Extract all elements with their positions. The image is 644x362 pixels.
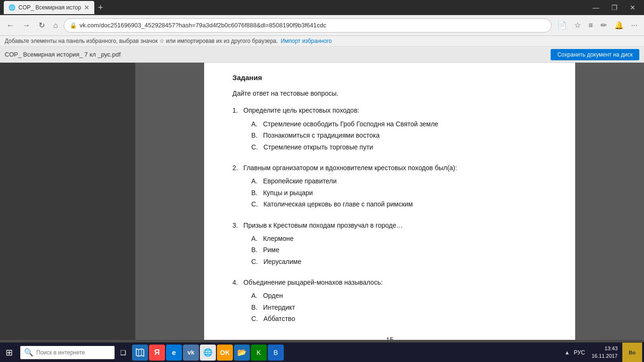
taskbar-clock: 13:43 16.11.2017 — [589, 345, 620, 360]
question-3: 3. Призыв к Крестовым походам прозвучал … — [232, 220, 547, 267]
taskbar-app-explorer[interactable]: 📂 — [234, 345, 250, 361]
favorites-bar: Добавьте элементы на панель избранного, … — [0, 36, 644, 47]
pdf-sidebar — [0, 63, 135, 340]
q1-option-a: A. Стремление освободить Гроб Господня н… — [251, 119, 547, 129]
taskbar-app-chrome[interactable]: 🌐 — [200, 345, 216, 361]
taskbar-app-blue[interactable]: B — [268, 345, 284, 361]
url-text: vk.com/doc251696903_452928457?hash=79a3d… — [80, 22, 546, 29]
toolbar-icons: 📄 ☆ ≡ ✏ 🔔 ··· — [554, 19, 640, 32]
favorites-button[interactable]: ☆ — [571, 19, 584, 32]
tab-list: 🌐 COP_ Всемирная истор ✕ + — [4, 1, 588, 14]
restore-button[interactable]: ❐ — [607, 1, 622, 14]
search-icon: 🔍 — [24, 348, 33, 357]
web-note-button[interactable]: ✏ — [598, 19, 610, 32]
taskbar-right: ▲ РУС 13:43 16.11.2017 Bo — [564, 343, 644, 362]
taskbar-app-ok[interactable]: OK — [217, 345, 233, 361]
q4-option-c: C. Аббатство — [251, 313, 547, 324]
taskbar-app-edge[interactable]: e — [166, 345, 182, 361]
title-bar: 🌐 COP_ Всемирная истор ✕ + — ❐ ✕ — [0, 0, 644, 15]
q3-option-b: B. Риме — [251, 245, 547, 255]
tab-close-button[interactable]: ✕ — [84, 4, 90, 11]
taskbar-app-yandex[interactable]: Я — [149, 345, 165, 361]
pdf-content-area: Задания Дайте ответ на тестовые вопросы.… — [135, 63, 644, 340]
window-controls: — ❐ ✕ — [588, 1, 640, 14]
pdf-bar: COP_ Всемирная история_ 7 кл _рус.pdf Со… — [0, 47, 644, 63]
question-4: 4. Объединение рыцарей-монахов называлос… — [232, 277, 547, 324]
question-1-text: 1. Определите цель крестовых походов: — [232, 105, 547, 115]
reader-view-button[interactable]: 📄 — [554, 19, 570, 32]
question-1-options: A. Стремление освободить Гроб Господня н… — [251, 119, 547, 152]
pdf-page: Задания Дайте ответ на тестовые вопросы.… — [204, 63, 575, 340]
taskbar-app-vk[interactable]: vk — [183, 345, 199, 361]
tab-favicon: 🌐 — [8, 4, 16, 11]
clock-date: 16.11.2017 — [592, 353, 618, 360]
q1-option-b: B. Познакомиться с традициями востока — [251, 130, 547, 140]
forward-button[interactable]: → — [20, 19, 33, 32]
taskbar-app-kaspersky[interactable]: K — [251, 345, 267, 361]
question-3-text: 3. Призыв к Крестовым походам прозвучал … — [232, 220, 547, 230]
lock-icon: 🔒 — [70, 22, 77, 29]
favorites-text: Добавьте элементы на панель избранного, … — [5, 38, 278, 44]
back-button[interactable]: ← — [4, 19, 17, 32]
q3-option-c: C. Иерусалиме — [251, 256, 547, 267]
question-4-options: A. Орден B. Интердикт C. Аббатство — [251, 290, 547, 324]
save-to-disk-button[interactable]: Сохранить документ на диск — [551, 49, 639, 60]
home-button[interactable]: ⌂ — [50, 19, 61, 32]
question-2-text: 2. Главным организатором и вдохновителем… — [232, 163, 547, 173]
new-tab-button[interactable]: + — [95, 3, 106, 13]
show-hidden-icons[interactable]: ▲ — [564, 349, 570, 356]
address-bar: ← → ↻ ⌂ 🔒 vk.com/doc251696903_452928457?… — [0, 15, 644, 36]
q1-option-c: C. Стремление открыть торговые пути — [251, 142, 547, 152]
page-number: 15 — [232, 335, 547, 340]
question-2-options: A. Европейские правители B. Купцы и рыца… — [251, 176, 547, 209]
language-indicator: РУС — [572, 349, 587, 356]
tab-label: COP_ Всемирная истор — [18, 4, 81, 11]
clock-time: 13:43 — [592, 345, 618, 352]
refresh-button[interactable]: ↻ — [36, 19, 48, 32]
q3-option-a: A. Клермоне — [251, 233, 547, 244]
import-favorites-link[interactable]: Импорт избранного — [281, 38, 331, 44]
taskbar: ⊞ 🔍 ❑ Я e vk 🌐 OK 📂 K B — [0, 342, 644, 362]
notifications-button[interactable]: 🔔 — [611, 19, 627, 32]
more-button[interactable]: ··· — [628, 19, 640, 32]
q2-option-b: B. Купцы и рыцари — [251, 188, 547, 198]
taskbar-search-bar[interactable]: 🔍 — [20, 346, 115, 359]
task-view-icon: ❑ — [120, 349, 126, 356]
svg-marker-0 — [136, 349, 144, 356]
question-3-options: A. Клермоне B. Риме C. Иерусалиме — [251, 233, 547, 267]
pdf-intro: Дайте ответ на тестовые вопросы. — [232, 88, 547, 99]
start-button[interactable]: ⊞ — [0, 343, 18, 362]
active-tab[interactable]: 🌐 COP_ Всемирная истор ✕ — [4, 1, 94, 14]
task-view-button[interactable]: ❑ — [116, 343, 130, 362]
main-area: Задания Дайте ответ на тестовые вопросы.… — [0, 63, 644, 340]
close-button[interactable]: ✕ — [625, 1, 640, 14]
minimize-button[interactable]: — — [588, 1, 604, 14]
taskbar-app-maps[interactable] — [132, 345, 148, 361]
taskbar-app-icons: Я e vk 🌐 OK 📂 K B — [132, 345, 284, 361]
url-bar[interactable]: 🔒 vk.com/doc251696903_452928457?hash=79a… — [64, 18, 552, 33]
q4-option-a: A. Орден — [251, 290, 547, 301]
pdf-heading: Задания — [232, 72, 547, 83]
search-input[interactable] — [36, 349, 111, 356]
q2-option-c: C. Католическая церковь во главе с папой… — [251, 199, 547, 209]
q4-option-b: B. Интердикт — [251, 302, 547, 313]
question-2: 2. Главным организатором и вдохновителем… — [232, 163, 547, 210]
question-1: 1. Определите цель крестовых походов: A.… — [232, 105, 547, 152]
q2-option-a: A. Европейские правители — [251, 176, 547, 186]
hub-button[interactable]: ≡ — [586, 19, 595, 32]
taskbar-bo-button[interactable]: Bo — [622, 343, 642, 362]
pdf-filename: COP_ Всемирная история_ 7 кл _рус.pdf — [5, 51, 551, 58]
question-4-text: 4. Объединение рыцарей-монахов называлос… — [232, 277, 547, 288]
